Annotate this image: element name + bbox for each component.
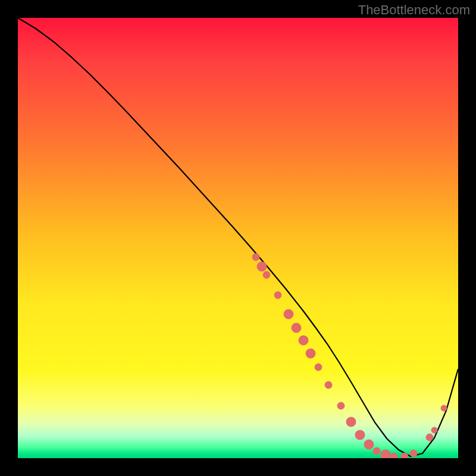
data-point xyxy=(292,323,301,333)
data-point xyxy=(263,271,270,278)
data-point xyxy=(315,364,322,371)
data-point xyxy=(431,427,437,433)
data-point xyxy=(410,450,417,457)
data-point xyxy=(274,292,281,299)
data-point xyxy=(355,430,365,440)
data-point xyxy=(299,336,308,345)
bottleneck-curve xyxy=(18,18,458,456)
data-point xyxy=(337,402,345,409)
data-point xyxy=(441,405,447,411)
data-point xyxy=(426,434,433,441)
data-point xyxy=(364,440,374,449)
data-point xyxy=(401,453,408,458)
data-point xyxy=(284,309,293,319)
data-point xyxy=(390,453,397,458)
data-point xyxy=(252,253,259,261)
watermark-text: TheBottleneck.com xyxy=(358,2,470,18)
data-point xyxy=(346,417,356,427)
data-point xyxy=(373,447,380,455)
data-point xyxy=(306,349,315,358)
data-point xyxy=(257,262,267,271)
data-point xyxy=(325,381,332,389)
chart-svg-layer xyxy=(18,18,458,458)
data-point xyxy=(381,450,390,458)
chart-frame: TheBottleneck.com xyxy=(0,0,476,476)
